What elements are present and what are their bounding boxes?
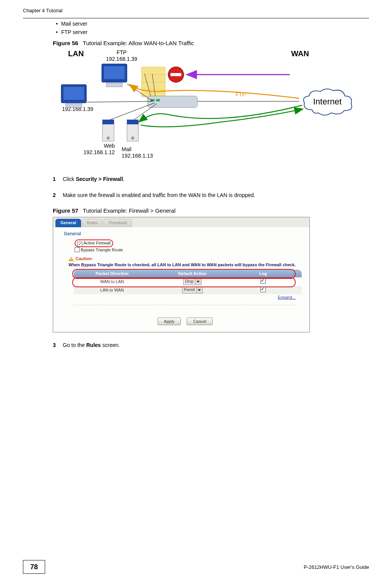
chapter-header: Chapter 4 Tutorial [23, 8, 369, 13]
dropdown-action-wan-lan[interactable]: Drop [183, 278, 202, 285]
figure-title: Tutorial Example: Firewall > General [83, 207, 176, 214]
label-active-firewall: Active Firewall [83, 241, 111, 245]
apply-button[interactable]: Apply [158, 318, 181, 325]
expand-link[interactable]: Expand... [61, 295, 296, 300]
footer-guide-text: P-2612HWU-F1 User's Guide [45, 564, 369, 570]
step-3: 3Go to the Rules screen. [63, 342, 369, 349]
svg-rect-19 [127, 120, 138, 124]
step-number: 1 [53, 176, 60, 183]
checkbox-active-firewall[interactable]: ✓ [77, 242, 82, 247]
step-1: 1Click Security > Firewall. [63, 176, 369, 183]
svg-rect-26 [171, 73, 181, 76]
cancel-button[interactable]: Cancel [187, 318, 213, 325]
svg-point-20 [131, 137, 134, 140]
bullet-text: Mail server [61, 21, 87, 27]
tab-threshold[interactable]: Threshold [103, 219, 132, 227]
bullet-text: FTP server [61, 29, 88, 35]
tab-general[interactable]: General [55, 219, 81, 227]
step-number: 3 [53, 342, 60, 349]
page-number: 78 [23, 560, 45, 574]
col-default-action: Default Action [150, 271, 234, 276]
table-header: Packet Direction Default Action Log [74, 270, 302, 277]
bullet-ftp: •FTP server [56, 29, 369, 35]
svg-line-23 [110, 103, 155, 120]
diagram-svg [53, 49, 343, 164]
svg-line-22 [87, 101, 152, 102]
svg-rect-16 [102, 120, 114, 124]
client-computer-icon [61, 85, 86, 107]
divider [74, 305, 296, 305]
step-number: 2 [53, 192, 60, 199]
svg-rect-4 [148, 96, 197, 107]
svg-point-17 [107, 137, 110, 140]
caution-text: When Bypass Triangle Route is checked, a… [68, 262, 302, 267]
caution-row: Caution: [68, 256, 309, 261]
cell-direction: WAN to LAN [74, 279, 150, 284]
cell-direction: LAN to WAN [74, 288, 150, 292]
firewall-general-screenshot: General Rules Threshold General ✓Active … [53, 217, 310, 332]
figure-title: Tutorial Example: Allow WAN-to-LAN Traff… [83, 40, 194, 46]
table-row: WAN to LAN Drop [74, 277, 302, 286]
internet-label: Internet [313, 97, 342, 106]
label-bypass-triangle: Bypass Triangle Route [81, 248, 123, 252]
network-diagram: LAN WAN FTP192.168.1.39 192.168.1.39 Web… [53, 49, 343, 164]
highlight-active-firewall: ✓Active Firewall [75, 239, 113, 247]
packet-table: Packet Direction Default Action Log WAN … [74, 270, 302, 294]
tab-rules[interactable]: Rules [82, 219, 102, 227]
chevron-down-icon [195, 279, 201, 284]
figure-57-caption: Figure 57 Tutorial Example: Firewall > G… [53, 207, 369, 214]
col-packet-direction: Packet Direction [74, 271, 150, 276]
svg-rect-6 [156, 99, 160, 101]
figure-56-caption: Figure 56 Tutorial Example: Allow WAN-to… [53, 40, 369, 46]
warning-icon [68, 257, 74, 261]
figure-number: Figure 56 [53, 40, 78, 46]
col-log: Log [234, 271, 292, 276]
svg-rect-11 [106, 83, 122, 87]
svg-rect-10 [104, 66, 125, 79]
caution-label: Caution: [76, 256, 93, 261]
mail-server-icon [127, 120, 138, 141]
svg-rect-14 [66, 104, 82, 107]
checkbox-bypass-triangle[interactable] [75, 247, 80, 252]
chevron-down-icon [196, 287, 202, 293]
svg-rect-13 [63, 87, 84, 100]
checkbox-log-wan-lan[interactable] [260, 278, 266, 284]
internet-cloud: Internet [301, 88, 354, 118]
step-2: 2Make sure the firewall is enabled and t… [63, 192, 369, 199]
step-3-bold: Rules [86, 342, 101, 348]
bullet-mail: •Mail server [56, 21, 369, 27]
ftp-computer-icon [102, 64, 127, 87]
table-row: LAN to WAN Permit [74, 286, 302, 294]
page-footer: 78 P-2612HWU-F1 User's Guide [23, 560, 369, 574]
web-server-icon [102, 120, 114, 141]
dropdown-action-lan-wan[interactable]: Permit [182, 287, 203, 293]
figure-number: Figure 57 [53, 207, 78, 214]
header-rule [23, 18, 369, 18]
section-title-general: General [64, 231, 309, 236]
checkbox-log-lan-wan[interactable] [260, 287, 266, 292]
step-1-bold: Security > Firewall [76, 176, 123, 182]
tab-bar: General Rules Threshold [53, 217, 309, 227]
